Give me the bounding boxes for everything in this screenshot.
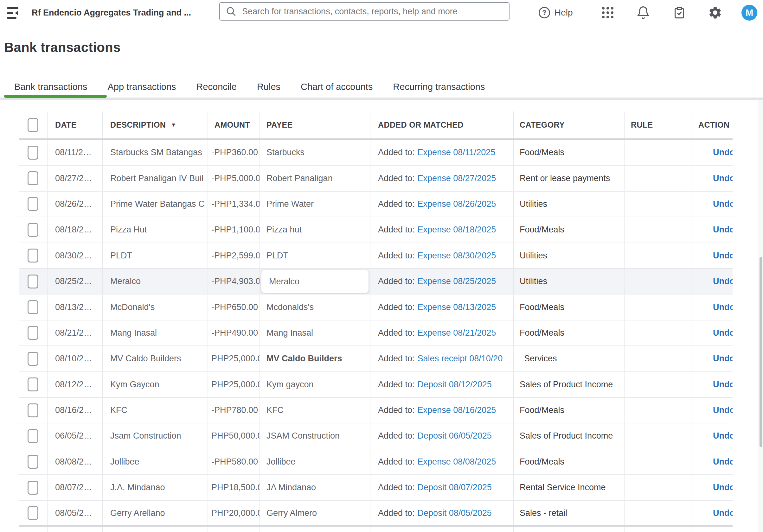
rule-cell (624, 475, 692, 500)
row-checkbox[interactable] (28, 506, 38, 520)
payee-cell: Mcdonalds's (260, 295, 371, 319)
added-transaction-link[interactable]: Expense 08/13/2025 (418, 303, 496, 312)
vertical-scrollbar-track[interactable] (759, 100, 763, 532)
undo-button[interactable]: Undo (713, 405, 732, 415)
added-transaction-link[interactable]: Expense 08/30/2025 (418, 251, 496, 261)
avatar[interactable]: M (741, 5, 757, 21)
tab-reconcile[interactable]: Reconcile (196, 82, 237, 92)
action-cell: Undo (692, 475, 732, 500)
undo-button[interactable]: Undo (713, 174, 732, 183)
column-header-action[interactable]: ACTION (692, 112, 732, 138)
row-checkbox[interactable] (28, 455, 38, 469)
undo-button[interactable]: Undo (713, 328, 732, 338)
tab-app-transactions[interactable]: App transactions (108, 82, 176, 92)
added-transaction-link[interactable]: Sales receipt 08/10/20 (418, 354, 503, 364)
table-row[interactable]: 08/05/2025 Gerry Arellano PHP20,000.00 G… (19, 501, 732, 526)
column-header-description[interactable]: DESCRIPTION ▼ (103, 112, 208, 138)
added-or-matched-cell: Added to: Expense 08/25/2025 (371, 269, 514, 294)
table-row[interactable]: 08/10/2025 MV Caldo Builders PHP25,000.0… (19, 346, 732, 372)
undo-button[interactable]: Undo (713, 303, 732, 312)
undo-button[interactable]: Undo (713, 147, 732, 157)
row-checkbox-cell (19, 269, 48, 294)
amount-cell: PHP18,500.00 (208, 475, 260, 500)
tab-bank-transactions[interactable]: Bank transactions (14, 82, 87, 92)
table-row[interactable]: 06/05/2025 Jsam Construction PHP50,000.0… (19, 423, 732, 449)
table-row[interactable]: 08/18/2025 Pizza Hut -PHP1,100.00 Pizza … (19, 217, 732, 243)
row-checkbox[interactable] (28, 352, 38, 366)
column-header-rule[interactable]: RULE (624, 112, 692, 138)
added-transaction-link[interactable]: Expense 08/08/2025 (418, 457, 496, 467)
table-row[interactable]: 08/25/2025 Meralco -PHP4,903.00 Meralco … (19, 269, 732, 295)
notifications-button[interactable] (636, 0, 650, 25)
settings-button[interactable] (708, 0, 722, 25)
search-box[interactable] (219, 2, 509, 21)
row-checkbox[interactable] (28, 326, 38, 340)
rule-cell (624, 501, 692, 525)
table-row[interactable]: 08/07/2025 J.A. Mindanao PHP18,500.00 JA… (19, 475, 732, 501)
undo-button[interactable]: Undo (713, 508, 732, 518)
help-button[interactable]: ? Help (539, 0, 573, 25)
column-header-amount[interactable]: AMOUNT (208, 112, 260, 138)
column-header-category[interactable]: CATEGORY (514, 112, 624, 138)
undo-button[interactable]: Undo (713, 431, 732, 441)
added-or-matched-cell: Added to: Expense 08/11/2025 (371, 140, 514, 165)
vertical-scrollbar-thumb[interactable] (760, 257, 762, 447)
row-checkbox[interactable] (28, 275, 38, 289)
undo-button[interactable]: Undo (713, 225, 732, 235)
row-checkbox[interactable] (28, 481, 38, 494)
description-cell: Jsam Construction (103, 423, 208, 448)
undo-button[interactable]: Undo (713, 276, 732, 286)
table-row[interactable]: 08/27/2025 Robert Panaligan IV Buil -PHP… (19, 166, 732, 191)
undo-button[interactable]: Undo (713, 199, 732, 209)
category-cell: Rental Service Income (514, 475, 624, 500)
search-icon (226, 6, 236, 17)
added-transaction-link[interactable]: Expense 08/27/2025 (418, 174, 496, 183)
column-header-payee[interactable]: PAYEE (260, 112, 371, 138)
column-header-added-or-matched[interactable]: ADDED OR MATCHED (371, 112, 514, 138)
undo-button[interactable]: Undo (713, 354, 732, 364)
row-checkbox[interactable] (28, 429, 38, 443)
table-row[interactable]: 08/11/2025 Starbucks SM Batangas -PHP360… (19, 140, 732, 166)
apps-grid-button[interactable] (602, 0, 613, 25)
row-checkbox[interactable] (28, 378, 38, 392)
added-transaction-link[interactable]: Expense 08/25/2025 (418, 276, 496, 286)
tab-recurring-transactions[interactable]: Recurring transactions (393, 82, 485, 92)
row-checkbox[interactable] (28, 403, 38, 417)
undo-button[interactable]: Undo (713, 457, 732, 467)
table-row[interactable]: 08/13/2025 McDonald's -PHP650.00 Mcdonal… (19, 295, 732, 320)
tab-rules[interactable]: Rules (257, 82, 280, 92)
added-transaction-link[interactable]: Expense 08/11/2025 (418, 147, 495, 157)
undo-button[interactable]: Undo (713, 251, 732, 261)
select-all-checkbox[interactable] (28, 118, 38, 132)
added-transaction-link[interactable]: Expense 08/21/2025 (418, 328, 496, 338)
added-transaction-link[interactable]: Deposit 08/07/2025 (418, 483, 492, 492)
added-transaction-link[interactable]: Expense 08/26/2025 (418, 199, 496, 209)
row-checkbox[interactable] (28, 197, 38, 211)
table-row[interactable]: 08/16/2025 KFC -PHP780.00 KFC Added to: … (19, 398, 732, 423)
category-cell: Utilities (514, 269, 624, 294)
row-checkbox[interactable] (28, 223, 38, 237)
row-checkbox[interactable] (28, 249, 38, 263)
undo-button[interactable]: Undo (713, 380, 732, 390)
search-input[interactable] (242, 6, 505, 17)
table-row[interactable]: 08/21/2025 Mang Inasal -PHP490.00 Mang I… (19, 320, 732, 346)
row-checkbox[interactable] (28, 171, 38, 185)
table-row[interactable]: 08/08/2025 Jollibee -PHP580.00 Jollibee … (19, 449, 732, 475)
added-transaction-link[interactable]: Deposit 08/05/2025 (418, 508, 492, 518)
table-row[interactable]: 08/26/2025 Prime Water Batangas C -PHP1,… (19, 192, 732, 217)
added-transaction-link[interactable]: Deposit 06/05/2025 (418, 431, 492, 441)
tasks-button[interactable] (673, 0, 686, 25)
payee-cell: Meralco (260, 269, 371, 294)
table-row[interactable]: 08/12/2025 Kym Gaycon PHP25,000.00 Kym g… (19, 372, 732, 398)
undo-button[interactable]: Undo (713, 483, 732, 492)
tab-chart-of-accounts[interactable]: Chart of accounts (301, 82, 373, 92)
added-to-label: Added to: (378, 303, 415, 312)
row-checkbox[interactable] (28, 146, 38, 160)
table-row[interactable]: 08/30/2025 PLDT -PHP2,599.00 PLDT Added … (19, 243, 732, 269)
added-transaction-link[interactable]: Deposit 08/12/2025 (418, 380, 492, 390)
added-transaction-link[interactable]: Expense 08/18/2025 (418, 225, 496, 235)
row-checkbox[interactable] (28, 300, 38, 314)
menu-toggle-icon[interactable] (7, 7, 20, 19)
column-header-date[interactable]: DATE (48, 112, 103, 138)
added-transaction-link[interactable]: Expense 08/16/2025 (418, 405, 496, 415)
